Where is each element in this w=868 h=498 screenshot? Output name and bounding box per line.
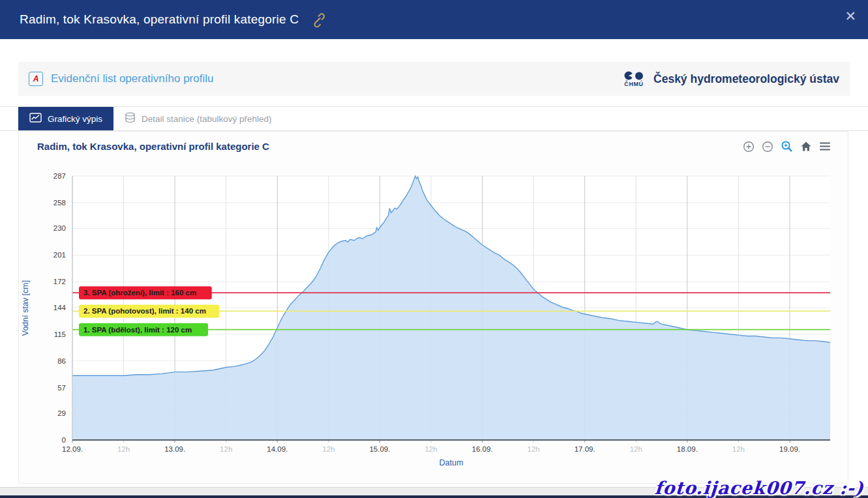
svg-text:57: 57 bbox=[57, 384, 66, 392]
svg-text:86: 86 bbox=[57, 357, 66, 365]
chart-plot[interactable]: 029578611514417220123025828712.09.12h13.… bbox=[19, 163, 849, 476]
menu-icon[interactable] bbox=[819, 141, 831, 151]
chart-title: Radim, tok Krasovka, operativní profil k… bbox=[37, 141, 269, 152]
pdf-link-label: Evidenční list operativního profilu bbox=[51, 72, 213, 85]
chmu-logo-icon: ČHMÚ bbox=[622, 71, 646, 87]
institute-brand: ČHMÚ Český hydrometeorologický ústav bbox=[622, 71, 839, 87]
svg-text:18.09.: 18.09. bbox=[677, 445, 698, 453]
svg-text:1. SPA (bdělost), limit : 120: 1. SPA (bdělost), limit : 120 cm bbox=[83, 326, 192, 334]
chmu-logo-text: ČHMÚ bbox=[624, 81, 643, 87]
database-icon bbox=[125, 112, 136, 125]
svg-text:144: 144 bbox=[53, 304, 67, 312]
permalink-icon[interactable] bbox=[310, 12, 327, 27]
tab-bar: Grafický výpis Detail stanice (tabulkový… bbox=[0, 106, 868, 131]
tab-label: Grafický výpis bbox=[48, 114, 102, 124]
svg-text:258: 258 bbox=[53, 199, 66, 207]
svg-text:14.09.: 14.09. bbox=[267, 445, 288, 453]
svg-text:12h: 12h bbox=[425, 445, 437, 453]
tab-graficky-vypis[interactable]: Grafický výpis bbox=[18, 107, 113, 130]
svg-text:13.09.: 13.09. bbox=[164, 445, 185, 453]
svg-text:17.09.: 17.09. bbox=[575, 445, 595, 453]
svg-text:12h: 12h bbox=[322, 445, 335, 453]
svg-text:2. SPA (pohotovost), limit : 1: 2. SPA (pohotovost), limit : 140 cm bbox=[83, 307, 206, 315]
svg-text:115: 115 bbox=[54, 330, 66, 338]
chart-toolbar bbox=[743, 140, 831, 153]
chart-tab-icon bbox=[29, 113, 42, 124]
svg-text:172: 172 bbox=[53, 278, 66, 286]
svg-text:Vodní stav [cm]: Vodní stav [cm] bbox=[21, 280, 30, 336]
zoom-out-icon[interactable] bbox=[762, 141, 773, 153]
home-reset-icon[interactable] bbox=[800, 141, 812, 152]
svg-text:0: 0 bbox=[62, 436, 66, 444]
chart-card: Radim, tok Krasovka, operativní profil k… bbox=[18, 131, 848, 484]
svg-text:12.09.: 12.09. bbox=[62, 445, 83, 453]
svg-text:3. SPA (ohrožení), limit : 160: 3. SPA (ohrožení), limit : 160 cm bbox=[83, 289, 196, 297]
svg-text:15.09.: 15.09. bbox=[369, 445, 390, 453]
dialog-header: Radim, tok Krasovka, operativní profil k… bbox=[0, 0, 868, 39]
dialog-title: Radim, tok Krasovka, operativní profil k… bbox=[20, 12, 299, 27]
svg-text:16.09.: 16.09. bbox=[472, 445, 493, 453]
svg-text:Datum: Datum bbox=[440, 458, 464, 467]
zoom-select-icon[interactable] bbox=[781, 140, 793, 153]
zoom-in-icon[interactable] bbox=[743, 141, 755, 153]
svg-text:12h: 12h bbox=[732, 445, 745, 453]
svg-text:12h: 12h bbox=[220, 445, 232, 453]
pdf-icon: A bbox=[29, 72, 43, 86]
info-bar: A Evidenční list operativního profilu ČH… bbox=[18, 62, 850, 96]
tab-detail-stanice[interactable]: Detail stanice (tabulkový přehled) bbox=[113, 107, 283, 130]
svg-text:12h: 12h bbox=[528, 445, 540, 453]
svg-text:287: 287 bbox=[53, 172, 66, 180]
watermark: foto.ijacek007.cz :-) bbox=[654, 478, 865, 498]
svg-text:12h: 12h bbox=[117, 445, 130, 453]
svg-text:29: 29 bbox=[57, 409, 66, 417]
svg-text:230: 230 bbox=[53, 224, 66, 232]
close-icon[interactable]: ✕ bbox=[845, 9, 856, 23]
svg-text:201: 201 bbox=[53, 251, 66, 259]
institute-name: Český hydrometeorologický ústav bbox=[653, 72, 839, 86]
tab-label: Detail stanice (tabulkový přehled) bbox=[142, 114, 272, 124]
svg-text:12h: 12h bbox=[630, 445, 642, 453]
svg-text:19.09.: 19.09. bbox=[779, 445, 800, 453]
pdf-link[interactable]: A Evidenční list operativního profilu bbox=[29, 72, 213, 86]
